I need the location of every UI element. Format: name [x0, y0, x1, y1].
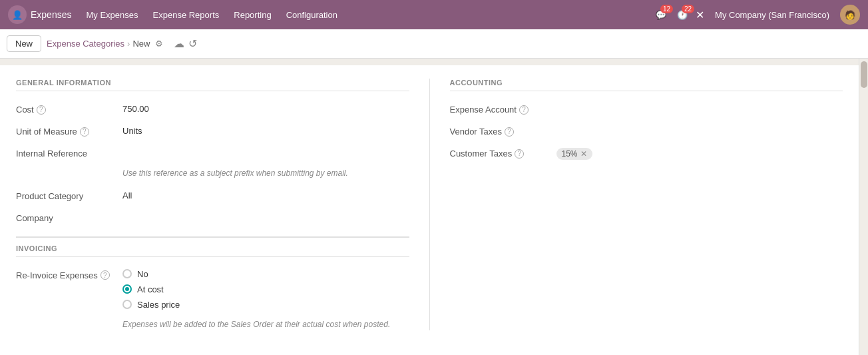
nav-expense-reports[interactable]: Expense Reports [146, 6, 226, 24]
navbar: 👤 Expenses My Expenses Expense Reports R… [0, 0, 868, 29]
invoicing-title: INVOICING [16, 244, 409, 257]
unit-value[interactable]: Units [122, 124, 409, 136]
vendor-taxes-help[interactable]: ? [505, 127, 514, 137]
toolbar-icons: ☁ ↺ [174, 37, 197, 50]
accounting-title: ACCOUNTING [450, 79, 843, 91]
unit-help[interactable]: ? [80, 127, 89, 137]
save-icon[interactable]: ☁ [174, 37, 184, 50]
invoicing-section: INVOICING Re-Invoice Expenses ? [16, 236, 409, 330]
breadcrumb-parent[interactable]: Expense Categories [47, 39, 124, 49]
navbar-right: 💬 12 🕐 22 ✕ My Company (San Francisco) 🧑 [653, 5, 860, 25]
vendor-taxes-field-row: Vendor Taxes ? [450, 124, 843, 137]
accounting-col: ACCOUNTING Expense Account ? [429, 79, 843, 330]
cost-help[interactable]: ? [37, 105, 46, 115]
wrench-icon[interactable]: ✕ [696, 9, 704, 21]
expense-account-help[interactable]: ? [519, 105, 529, 115]
form-columns: GENERAL INFORMATION Cost ? 750.00 [16, 79, 843, 330]
customer-taxes-tag: 15% ✕ [556, 148, 592, 160]
brand-icon: 👤 [8, 5, 27, 24]
form-card: GENERAL INFORMATION Cost ? 750.00 [0, 65, 859, 344]
top-spacer [0, 59, 859, 65]
activity-notification[interactable]: 🕐 22 [674, 7, 690, 23]
radio-no-label: No [137, 269, 148, 279]
customer-taxes-remove[interactable]: ✕ [580, 150, 587, 158]
unit-label: Unit of Measure ? [16, 124, 122, 137]
reinvoice-help[interactable]: ? [101, 270, 110, 280]
vendor-taxes-value[interactable] [556, 124, 843, 126]
breadcrumb-bar: New Expense Categories › New ⚙ ☁ ↺ [0, 29, 868, 59]
customer-taxes-help[interactable]: ? [515, 149, 524, 159]
brand: 👤 Expenses [8, 5, 71, 24]
invoice-hint: Expenses will be added to the Sales Orde… [122, 319, 409, 330]
expense-account-field-row: Expense Account ? [450, 102, 843, 115]
radio-at-cost-label: At cost [137, 284, 164, 294]
expense-account-label: Expense Account ? [450, 102, 556, 115]
unit-field-row: Unit of Measure ? Units [16, 124, 409, 137]
form-container: GENERAL INFORMATION Cost ? 750.00 [0, 65, 859, 344]
company-label: Company [16, 210, 122, 223]
breadcrumb-current: New [132, 39, 150, 49]
cost-field-row: Cost ? 750.00 [16, 102, 409, 115]
nav-reporting[interactable]: Reporting [227, 6, 278, 24]
internal-ref-label: Internal Reference [16, 146, 122, 159]
settings-icon[interactable]: ⚙ [155, 39, 163, 49]
page-wrapper: GENERAL INFORMATION Cost ? 750.00 [0, 59, 868, 355]
cost-label: Cost ? [16, 102, 122, 115]
customer-taxes-value[interactable]: 15% ✕ [556, 146, 843, 160]
brand-label[interactable]: Expenses [31, 9, 71, 20]
breadcrumb: Expense Categories › New ⚙ [47, 39, 163, 49]
radio-sales-price[interactable]: Sales price [122, 300, 180, 310]
radio-sales-price-label: Sales price [137, 300, 180, 310]
internal-ref-value[interactable] [122, 146, 409, 148]
vendor-taxes-label: Vendor Taxes ? [450, 124, 556, 137]
radio-at-cost[interactable]: At cost [122, 284, 180, 294]
general-info-title: GENERAL INFORMATION [16, 79, 409, 91]
radio-sales-price-circle [122, 300, 132, 309]
reinvoice-options: No At cost Sales price [122, 268, 180, 310]
chat-badge: 12 [660, 5, 673, 13]
product-cat-label: Product Category [16, 188, 122, 201]
radio-at-cost-circle [122, 284, 132, 294]
company-name: My Company (San Francisco) [715, 10, 829, 20]
nav-menu: My Expenses Expense Reports Reporting Co… [79, 6, 343, 24]
breadcrumb-separator: › [127, 39, 130, 49]
main-content: GENERAL INFORMATION Cost ? 750.00 [0, 59, 859, 355]
company-value[interactable] [122, 210, 409, 212]
radio-no-circle [122, 269, 132, 278]
company-field-row: Company [16, 210, 409, 223]
scrollbar-track[interactable] [859, 59, 868, 355]
chat-notification[interactable]: 💬 12 [653, 7, 669, 23]
radio-no[interactable]: No [122, 269, 180, 279]
customer-taxes-tag-label: 15% [562, 149, 578, 159]
internal-ref-hint: Use this reference as a subject prefix w… [122, 168, 409, 179]
activity-badge: 22 [682, 5, 694, 13]
reinvoice-field-row: Re-Invoice Expenses ? No [16, 268, 409, 310]
customer-taxes-label: Customer Taxes ? [450, 146, 556, 159]
expense-account-value[interactable] [556, 102, 843, 104]
general-info-col: GENERAL INFORMATION Cost ? 750.00 [16, 79, 429, 330]
product-cat-value[interactable]: All [122, 188, 409, 200]
customer-taxes-field-row: Customer Taxes ? 15% ✕ [450, 146, 843, 160]
nav-configuration[interactable]: Configuration [280, 6, 344, 24]
product-cat-field-row: Product Category All [16, 188, 409, 201]
reinvoice-label: Re-Invoice Expenses ? [16, 268, 122, 280]
scrollbar-thumb[interactable] [861, 61, 867, 88]
cost-value[interactable]: 750.00 [122, 102, 409, 114]
new-button[interactable]: New [7, 35, 41, 52]
internal-ref-field-row: Internal Reference [16, 146, 409, 159]
nav-my-expenses[interactable]: My Expenses [79, 6, 144, 24]
discard-icon[interactable]: ↺ [188, 37, 197, 50]
user-avatar[interactable]: 🧑 [840, 5, 860, 25]
